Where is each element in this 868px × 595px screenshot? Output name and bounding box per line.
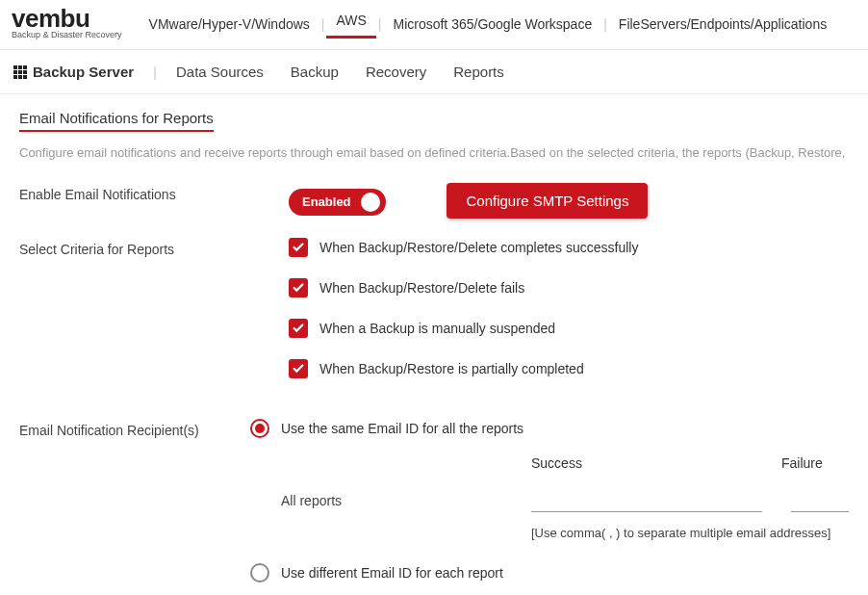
criteria-label: When Backup/Restore/Delete completes suc… [319, 240, 638, 255]
secnav-datasources[interactable]: Data Sources [163, 60, 277, 84]
criteria-label: When Backup/Restore is partially complet… [319, 361, 584, 376]
criteria-list: When Backup/Restore/Delete completes suc… [289, 238, 849, 400]
email-table: Success Failure All reports [Use comma( … [281, 455, 849, 540]
check-icon [292, 362, 305, 375]
separator: | [601, 16, 609, 32]
criteria-suspended: When a Backup is manually suspended [289, 319, 849, 338]
logo-subtitle: Backup & Disaster Recovery [12, 30, 122, 39]
second-bar: Backup Server | Data Sources Backup Reco… [0, 49, 868, 94]
top-nav: VMware/Hyper-V/Windows | AWS | Microsoft… [140, 9, 837, 39]
radio-label: Use different Email ID for each report [281, 565, 503, 581]
checkbox-success[interactable] [289, 238, 308, 257]
topnav-fileservers[interactable]: FileServers/Endpoints/Applications [609, 13, 836, 36]
radio-label: Use the same Email ID for all the report… [281, 421, 523, 436]
email-row-all: All reports [281, 488, 849, 512]
page-content: Email Notifications for Reports Configur… [0, 94, 868, 595]
logo: vembu Backup & Disaster Recovery [12, 8, 122, 39]
input-failure-email[interactable] [791, 488, 849, 512]
check-icon [292, 322, 305, 335]
spacer [281, 455, 531, 471]
check-icon [292, 281, 305, 295]
toggle-knob [361, 193, 380, 212]
logo-text: vembu [12, 8, 122, 30]
control-recipients: Use the same Email ID for all the report… [250, 419, 849, 595]
grid-icon [13, 65, 27, 79]
row-recipients: Email Notification Recipient(s) Use the … [19, 419, 849, 595]
option-same-email: Use the same Email ID for all the report… [250, 419, 849, 438]
control-enable: Enabled Configure SMTP Settings [289, 183, 849, 219]
secnav-backup[interactable]: Backup [277, 60, 352, 84]
separator: | [319, 16, 327, 32]
label-criteria: Select Criteria for Reports [19, 238, 289, 257]
input-success-email[interactable] [531, 488, 762, 512]
option-diff-email: Use different Email ID for each report [250, 563, 849, 582]
radio-dot [255, 424, 265, 433]
check-icon [292, 241, 305, 254]
label-enable: Enable Email Notifications [19, 183, 289, 202]
secnav-reports[interactable]: Reports [440, 60, 518, 84]
topnav-vmware[interactable]: VMware/Hyper-V/Windows [140, 13, 319, 36]
configure-smtp-button[interactable]: Configure SMTP Settings [447, 183, 648, 219]
criteria-fails: When Backup/Restore/Delete fails [289, 278, 849, 298]
col-failure: Failure [781, 455, 823, 471]
separator: | [147, 64, 163, 80]
toggle-label: Enabled [302, 194, 351, 209]
criteria-partial: When Backup/Restore is partially complet… [289, 359, 849, 378]
page-title: Email Notifications for Reports [19, 110, 214, 132]
email-hint: [Use comma( , ) to separate multiple ema… [531, 526, 849, 540]
col-success: Success [531, 455, 781, 471]
topnav-aws[interactable]: AWS [326, 9, 375, 39]
label-recipients: Email Notification Recipient(s) [19, 419, 250, 438]
checkbox-fails[interactable] [289, 278, 308, 298]
criteria-success: When Backup/Restore/Delete completes suc… [289, 238, 849, 257]
enable-toggle[interactable]: Enabled [289, 189, 386, 216]
checkbox-partial[interactable] [289, 359, 308, 378]
top-bar: vembu Backup & Disaster Recovery VMware/… [0, 0, 868, 49]
checkbox-suspended[interactable] [289, 319, 308, 338]
row-label-all: All reports [281, 493, 531, 508]
radio-diff-email[interactable] [250, 563, 269, 582]
page-description: Configure email notifications and receiv… [19, 145, 849, 160]
radio-same-email[interactable] [250, 419, 269, 438]
secnav-recovery[interactable]: Recovery [352, 60, 440, 84]
criteria-label: When Backup/Restore/Delete fails [319, 280, 524, 296]
topnav-m365[interactable]: Microsoft 365/Google Workspace [383, 13, 601, 36]
row-criteria: Select Criteria for Reports When Backup/… [19, 238, 849, 400]
backup-server-label[interactable]: Backup Server [13, 64, 134, 80]
criteria-label: When a Backup is manually suspended [319, 321, 555, 336]
email-headers: Success Failure [281, 455, 849, 471]
row-enable-notifications: Enable Email Notifications Enabled Confi… [19, 183, 849, 219]
separator: | [376, 16, 384, 32]
